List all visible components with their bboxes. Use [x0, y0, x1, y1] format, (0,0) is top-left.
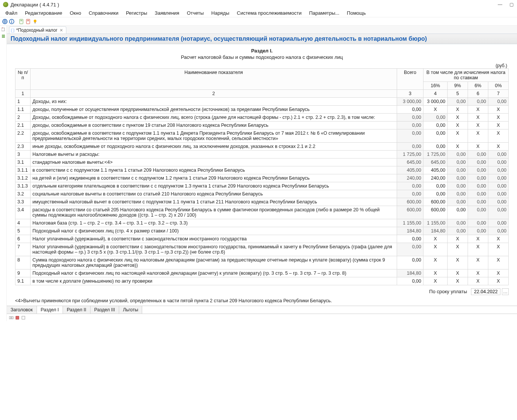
- menubar: ФайлРедактированиеОкноСправочникиРегистр…: [0, 9, 517, 17]
- bottom-tab-1[interactable]: Раздел I: [37, 306, 63, 314]
- row-name: в том числе к доплате (уменьшению) по ак…: [31, 277, 397, 285]
- tab-doc-icon: [11, 28, 15, 32]
- bottom-tab-2[interactable]: Раздел II: [63, 306, 91, 314]
- row-rate-0[interactable]: 0,00: [423, 143, 447, 151]
- row-num: 3.1: [15, 158, 31, 166]
- row-num: 4: [15, 219, 31, 227]
- row-rate-3: X: [488, 122, 508, 129]
- row-num: 7: [15, 243, 31, 256]
- row-rate-2: X: [468, 256, 488, 269]
- unit-label: (руб.): [15, 63, 509, 68]
- svg-rect-6: [20, 21, 22, 21]
- row-name: имущественный налоговый вычет в соответс…: [31, 198, 397, 206]
- status-icon-2: [15, 315, 20, 320]
- row-name: Сумма подоходного налога с физических ли…: [31, 256, 397, 269]
- status-icon-1: [9, 315, 14, 320]
- svg-rect-15: [2, 36, 5, 37]
- row-total: 0,00: [397, 182, 423, 190]
- row-rate-3: X: [488, 243, 508, 256]
- titlebar: Декларации ( 4.4.71 ) — ▢: [0, 0, 517, 9]
- bottom-tab-0[interactable]: Заголовок: [7, 306, 37, 314]
- tab-close-icon[interactable]: ✕: [59, 28, 64, 33]
- calendar-button[interactable]: …: [502, 288, 509, 295]
- minimize-button[interactable]: —: [497, 2, 503, 7]
- svg-rect-12: [2, 28, 5, 31]
- row-total[interactable]: 0,00: [397, 256, 423, 269]
- row-total: 0,00: [397, 122, 423, 129]
- row-rate-1: 0,00: [447, 227, 468, 235]
- row-name: доходы, полученные от осуществления пред…: [31, 106, 397, 114]
- row-rate-0[interactable]: 240,00: [423, 174, 447, 182]
- row-rate-0[interactable]: 3 000,00: [423, 98, 447, 106]
- row-rate-1: 0,00: [447, 198, 468, 206]
- row-rate-0[interactable]: 405,00: [423, 166, 447, 174]
- row-total[interactable]: 0,00: [397, 235, 423, 243]
- row-name: Налог уплаченный (удержанный) в соответс…: [31, 243, 397, 256]
- table-row: 2.2доходы, освобождаемые в соответствии …: [15, 129, 509, 143]
- th-total: Всего: [397, 69, 423, 90]
- doc-green-icon[interactable]: [19, 19, 24, 24]
- calc-table: № п/п Наименование показателя Всего В то…: [15, 68, 509, 285]
- row-total: 0,00: [397, 129, 423, 143]
- row-rate-2: X: [468, 143, 488, 151]
- row-total[interactable]: 0,00: [397, 277, 423, 285]
- maximize-button[interactable]: ▢: [509, 2, 514, 7]
- row-rate-0[interactable]: 600,00: [423, 198, 447, 206]
- th-colnum-2: 3: [397, 90, 423, 98]
- row-rate-1: X: [447, 106, 468, 114]
- row-total: 1 155,00: [397, 219, 423, 227]
- svg-rect-9: [27, 21, 29, 21]
- doc-red-icon[interactable]: [26, 19, 31, 24]
- svg-rect-7: [26, 19, 30, 24]
- menu-item-6[interactable]: Отчеты: [184, 9, 207, 17]
- menu-item-4[interactable]: Регистры: [123, 9, 150, 17]
- menu-item-9[interactable]: Параметры...: [306, 9, 342, 17]
- row-rate-3: 0,00: [488, 219, 508, 227]
- row-rate-3: 0,00: [488, 182, 508, 190]
- row-rate-1: 0,00: [447, 166, 468, 174]
- row-rate-0[interactable]: 600,00: [423, 206, 447, 219]
- row-rate-3: X: [488, 256, 508, 269]
- row-rate-3: 0,00: [488, 206, 508, 219]
- bottom-tab-4[interactable]: Льготы: [119, 306, 142, 314]
- bottom-tab-3[interactable]: Раздел III: [91, 306, 119, 314]
- bulb-icon[interactable]: [32, 19, 38, 24]
- row-rate-0[interactable]: 0,00: [423, 182, 447, 190]
- row-rate-0[interactable]: 0,00: [423, 190, 447, 198]
- row-total: 0,00: [397, 143, 423, 151]
- table-row: 3.1.1в соответствии с с подпунктом 1.1 п…: [15, 166, 509, 174]
- row-rate-3: X: [488, 269, 508, 277]
- row-rate-2: X: [468, 277, 488, 285]
- menu-item-0[interactable]: Файл: [2, 9, 20, 17]
- gutter-icon-2[interactable]: [2, 34, 5, 38]
- globe-icon[interactable]: [2, 19, 8, 24]
- menu-item-3[interactable]: Справочники: [86, 9, 121, 17]
- menu-item-7[interactable]: Наряды: [208, 9, 232, 17]
- menu-item-5[interactable]: Заявления: [152, 9, 182, 17]
- row-name: доходы, освобождаемые в соответствии с п…: [31, 122, 397, 129]
- svg-rect-4: [20, 19, 23, 24]
- gutter-icon-1[interactable]: [2, 27, 5, 31]
- menu-item-1[interactable]: Редактирование: [22, 9, 65, 17]
- row-total: 184,80: [397, 269, 423, 277]
- row-rate-0[interactable]: 0,00: [423, 122, 447, 129]
- menu-item-2[interactable]: Окно: [67, 9, 84, 17]
- row-name: отдельным категориям плательщиков в соот…: [31, 182, 397, 190]
- table-row: 8Сумма подоходного налога с физических л…: [15, 256, 509, 269]
- menu-item-10[interactable]: Помощь: [344, 9, 369, 17]
- row-total: 184,80: [397, 227, 423, 235]
- row-rate-0: X: [423, 235, 447, 243]
- row-rate-1[interactable]: 0,00: [447, 206, 468, 219]
- due-date-input[interactable]: [471, 288, 500, 295]
- row-rate-1: X: [447, 256, 468, 269]
- th-colnum-3: 4: [423, 90, 447, 98]
- row-rate-0[interactable]: 0,00: [423, 129, 447, 143]
- row-total[interactable]: 0,00: [397, 106, 423, 114]
- row-rate-0: X: [423, 277, 447, 285]
- row-num: 3.1.2: [15, 174, 31, 182]
- tab-podohodny-nalog[interactable]: *Подоходный налог ✕: [9, 26, 66, 34]
- row-rate-3: X: [488, 277, 508, 285]
- info-icon[interactable]: [9, 19, 14, 24]
- menu-item-8[interactable]: Система прослеживаемости: [234, 9, 305, 17]
- row-rate-1: X: [447, 235, 468, 243]
